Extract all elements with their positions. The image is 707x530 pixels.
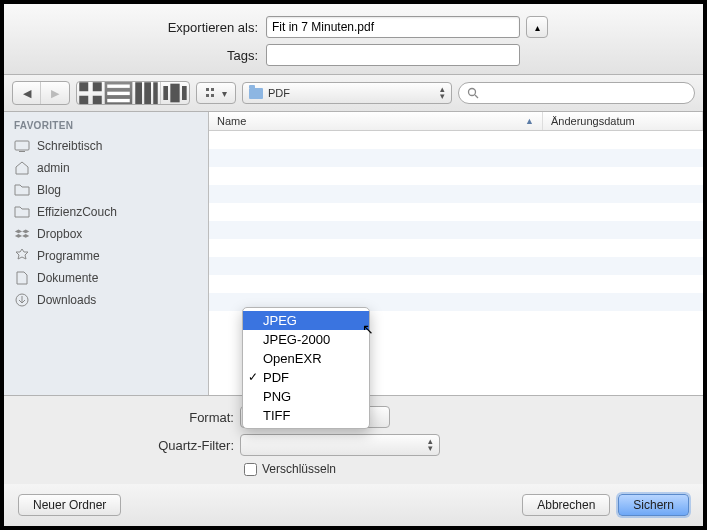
arrange-button[interactable]: ▾	[196, 82, 236, 104]
column-name-header[interactable]: Name▲	[209, 112, 543, 130]
sidebar-heading: FAVORITEN	[4, 116, 208, 135]
svg-rect-13	[206, 88, 209, 91]
column-date-header[interactable]: Änderungsdatum	[543, 112, 703, 130]
sidebar-item-dokumente[interactable]: Dokumente	[4, 267, 208, 289]
sidebar-item-effizienzcouch[interactable]: EffizienzCouch	[4, 201, 208, 223]
format-option-tiff[interactable]: TIFF	[243, 406, 369, 425]
format-option-jpeg2000[interactable]: JPEG-2000	[243, 330, 369, 349]
format-option-openexr[interactable]: OpenEXR	[243, 349, 369, 368]
export-dialog: Exportieren als: ▴ Tags: ◀ ▶ ▾ PDF ▴▾	[4, 4, 703, 526]
sidebar-item-dropbox[interactable]: Dropbox	[4, 223, 208, 245]
folder-icon	[249, 88, 263, 99]
svg-line-18	[475, 95, 478, 98]
svg-rect-6	[107, 98, 130, 101]
format-option-png[interactable]: PNG	[243, 387, 369, 406]
quartz-filter-label: Quartz-Filter:	[4, 438, 240, 453]
new-folder-button[interactable]: Neuer Ordner	[18, 494, 121, 516]
disclosure-button[interactable]: ▴	[526, 16, 548, 38]
svg-rect-12	[182, 86, 187, 100]
sidebar-item-admin[interactable]: admin	[4, 157, 208, 179]
tags-label: Tags:	[14, 48, 266, 63]
svg-rect-0	[79, 82, 88, 91]
forward-button[interactable]: ▶	[41, 82, 69, 104]
svg-rect-15	[211, 88, 214, 91]
list-view-button[interactable]	[105, 82, 133, 104]
bottom-bar: Neuer Ordner Abbrechen Sichern	[4, 484, 703, 526]
sidebar-item-downloads[interactable]: Downloads	[4, 289, 208, 311]
toolbar: ◀ ▶ ▾ PDF ▴▾	[4, 75, 703, 112]
encrypt-label: Verschlüsseln	[262, 462, 336, 476]
cancel-button[interactable]: Abbrechen	[522, 494, 610, 516]
export-filename-input[interactable]	[266, 16, 520, 38]
search-icon	[467, 87, 479, 99]
top-bar: Exportieren als: ▴ Tags:	[4, 4, 703, 75]
sidebar-item-programme[interactable]: Programme	[4, 245, 208, 267]
nav-buttons: ◀ ▶	[12, 81, 70, 105]
svg-rect-8	[144, 82, 151, 105]
column-view-button[interactable]	[133, 82, 161, 104]
svg-rect-9	[153, 82, 158, 105]
svg-point-17	[469, 89, 476, 96]
back-button[interactable]: ◀	[13, 82, 41, 104]
svg-rect-7	[135, 82, 142, 105]
icon-view-button[interactable]	[77, 82, 105, 104]
search-input[interactable]	[483, 87, 686, 99]
sort-ascending-icon: ▲	[525, 116, 534, 126]
svg-rect-19	[15, 141, 29, 150]
format-dropdown-menu: JPEG JPEG-2000 OpenEXR ✓PDF PNG TIFF	[242, 307, 370, 429]
format-option-jpeg[interactable]: JPEG	[243, 311, 369, 330]
svg-rect-11	[170, 84, 179, 103]
svg-rect-5	[107, 91, 130, 94]
search-field[interactable]	[458, 82, 695, 104]
sidebar: FAVORITEN Schreibtisch admin Blog Effizi…	[4, 112, 209, 395]
save-button[interactable]: Sichern	[618, 494, 689, 516]
view-mode-buttons	[76, 81, 190, 105]
column-headers: Name▲ Änderungsdatum	[209, 112, 703, 131]
encrypt-checkbox[interactable]	[244, 463, 257, 476]
sidebar-item-desktop[interactable]: Schreibtisch	[4, 135, 208, 157]
tags-input[interactable]	[266, 44, 520, 66]
svg-rect-14	[206, 94, 209, 97]
svg-rect-16	[211, 94, 214, 97]
svg-rect-20	[19, 151, 25, 152]
updown-icon: ▴▾	[440, 86, 445, 100]
quartz-filter-select[interactable]: ▴▾	[240, 434, 440, 456]
location-name: PDF	[268, 87, 290, 99]
svg-rect-3	[93, 95, 102, 104]
check-icon: ✓	[248, 369, 258, 386]
format-label: Format:	[4, 410, 240, 425]
coverflow-view-button[interactable]	[161, 82, 189, 104]
svg-rect-4	[107, 84, 130, 87]
svg-rect-10	[163, 86, 168, 100]
export-as-label: Exportieren als:	[14, 20, 266, 35]
format-option-pdf[interactable]: ✓PDF	[243, 368, 369, 387]
svg-rect-1	[93, 82, 102, 91]
sidebar-item-blog[interactable]: Blog	[4, 179, 208, 201]
svg-rect-2	[79, 95, 88, 104]
location-popup[interactable]: PDF ▴▾	[242, 82, 452, 104]
